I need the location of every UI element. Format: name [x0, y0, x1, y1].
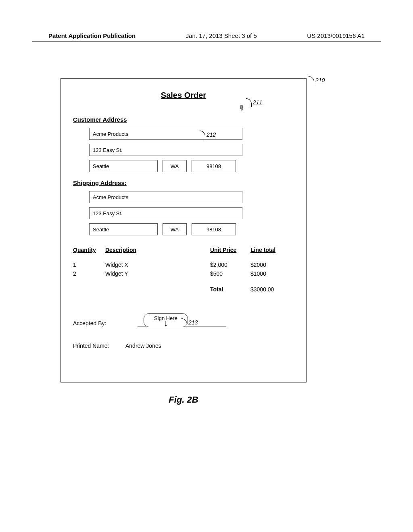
table-row: 2 Widget Y $500 $1000: [73, 269, 294, 278]
header-description: Description: [105, 247, 210, 253]
total-value: $3000.00: [250, 286, 291, 293]
line-items-table: Quantity Description Unit Price Line tot…: [73, 247, 294, 293]
row-qty: 1: [73, 260, 105, 269]
customer-address-label: Customer Address: [73, 116, 294, 123]
customer-city-input[interactable]: Seattle: [89, 160, 158, 172]
figure-caption: Fig. 2B: [60, 395, 307, 405]
row-line: $2000: [250, 260, 291, 269]
header-unit-price: Unit Price: [210, 247, 250, 253]
arrow-down-icon: ↓: [150, 320, 182, 326]
customer-zip-input[interactable]: 98108: [192, 160, 236, 172]
pen-icon: ✎: [236, 103, 247, 113]
row-line: $1000: [250, 269, 291, 278]
row-desc: Widget Y: [105, 269, 210, 278]
shipping-city-input[interactable]: Seattle: [89, 223, 158, 235]
table-header-row: Quantity Description Unit Price Line tot…: [73, 247, 294, 253]
header-line-total: Line total: [250, 247, 291, 253]
customer-address-block: Acme Products 123 Easy St. Seattle WA 98…: [89, 128, 294, 172]
header-center: Jan. 17, 2013 Sheet 3 of 5: [186, 32, 257, 39]
header-left: Patent Application Publication: [48, 32, 136, 39]
page-header: Patent Application Publication Jan. 17, …: [0, 0, 413, 39]
header-rule: [32, 42, 381, 42]
row-unit: $2,000: [210, 260, 250, 269]
accepted-by-label: Accepted By:: [73, 320, 125, 326]
table-row: 1 Widget X $2,000 $2000: [73, 260, 294, 269]
callout-211: 211: [246, 98, 262, 107]
shipping-zip-input[interactable]: 98108: [192, 223, 236, 235]
row-unit: $500: [210, 269, 250, 278]
header-right: US 2013/0019156 A1: [307, 32, 365, 39]
content-area: Sales Order ✎ Customer Address Acme Prod…: [60, 78, 353, 405]
header-quantity: Quantity: [73, 247, 105, 253]
total-label: Total: [210, 286, 250, 293]
callout-213: 213: [181, 318, 198, 327]
customer-state-input[interactable]: WA: [163, 160, 187, 172]
total-row: Total $3000.00: [73, 286, 294, 293]
shipping-street-input[interactable]: 123 Easy St.: [89, 207, 242, 219]
shipping-name-input[interactable]: Acme Products: [89, 191, 242, 203]
callout-212: 212: [200, 131, 216, 139]
row-qty: 2: [73, 269, 105, 278]
shipping-state-input[interactable]: WA: [163, 223, 187, 235]
shipping-address-label: Shipping Address:: [73, 179, 294, 186]
callout-210: 210: [309, 76, 325, 85]
printed-name-label: Printed Name:: [73, 343, 125, 349]
sales-order-form: Sales Order ✎ Customer Address Acme Prod…: [60, 78, 307, 382]
shipping-address-block: Acme Products 123 Easy St. Seattle WA 98…: [89, 191, 294, 235]
printed-name-value: Andrew Jones: [125, 343, 161, 349]
customer-name-input[interactable]: Acme Products: [89, 128, 242, 140]
row-desc: Widget X: [105, 260, 210, 269]
customer-street-input[interactable]: 123 Easy St.: [89, 144, 242, 156]
